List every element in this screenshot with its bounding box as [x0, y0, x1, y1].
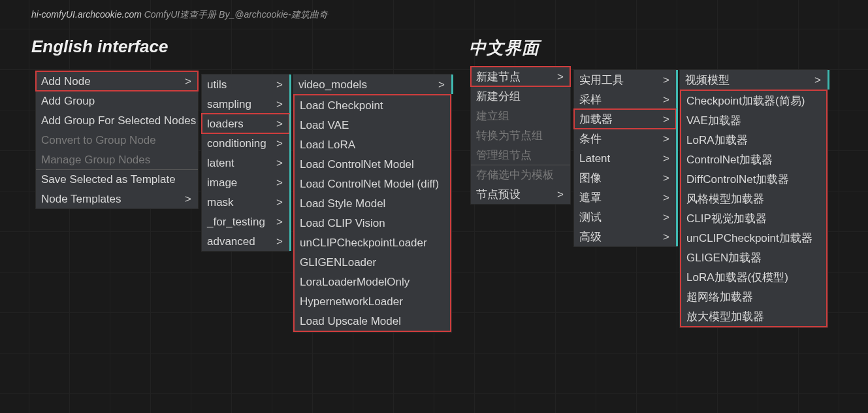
- menu-item-label: 放大模型加载器: [686, 311, 764, 322]
- context-item[interactable]: 新建分组: [471, 86, 570, 106]
- menu-item-label: advanced: [207, 236, 255, 247]
- context-item[interactable]: Add Node>: [36, 71, 198, 91]
- category-item[interactable]: 加载器>: [574, 109, 676, 129]
- loader-item[interactable]: unCLIPCheckpoint加载器: [681, 228, 826, 248]
- chevron-right-icon: >: [663, 192, 669, 203]
- loader-item[interactable]: Load CLIP Vision: [295, 213, 450, 233]
- accent-bar: [676, 148, 678, 168]
- loader-item[interactable]: unCLIPCheckpointLoader: [295, 233, 450, 252]
- chevron-right-icon: >: [185, 193, 191, 205]
- menu-item-label: Load ControlNet Model (diff): [300, 178, 439, 190]
- chevron-right-icon: >: [438, 79, 445, 90]
- loader-item[interactable]: LoRA加载器(仅模型): [681, 267, 826, 287]
- loader-item[interactable]: GLIGEN加载器: [681, 248, 826, 267]
- loader-item[interactable]: CLIP视觉加载器: [681, 208, 826, 228]
- loader-item[interactable]: 超网络加载器: [681, 287, 826, 306]
- menu-item-label: 采样: [579, 94, 602, 105]
- loader-item[interactable]: Load Upscale Model: [295, 311, 450, 331]
- menu-item-label: 条件: [579, 133, 602, 144]
- menu-item-label: DiffControlNet加载器: [686, 174, 789, 185]
- menu-item-label: Add Group: [41, 95, 95, 107]
- category-item[interactable]: mask>: [202, 192, 289, 212]
- menu-item-label: 管理组节点: [476, 150, 532, 161]
- chevron-right-icon: >: [185, 76, 191, 87]
- accent-bar: [289, 94, 291, 114]
- context-item[interactable]: Save Selected as Template: [36, 169, 198, 189]
- loader-item[interactable]: ControlNet加载器: [681, 150, 826, 169]
- context-item[interactable]: Node Templates>: [36, 189, 198, 208]
- chevron-right-icon: >: [663, 231, 669, 242]
- chevron-right-icon: >: [276, 157, 283, 169]
- context-item[interactable]: Add Group For Selected Nodes: [36, 110, 198, 130]
- category-item[interactable]: loaders>: [202, 114, 289, 133]
- chevron-right-icon: >: [276, 216, 283, 227]
- accent-bar: [289, 231, 291, 251]
- menu-item-label: image: [207, 177, 237, 188]
- chevron-right-icon: >: [663, 153, 669, 164]
- menu-item-label: CLIP视觉加载器: [686, 213, 767, 224]
- menu-item-label: 新建分组: [476, 91, 521, 102]
- menu-item-label: 风格模型加载器: [686, 193, 764, 205]
- submenu-header[interactable]: 视频模型>: [680, 70, 828, 90]
- context-item: Manage Group Nodes: [36, 150, 198, 169]
- category-item[interactable]: 测试>: [574, 207, 676, 227]
- loader-item[interactable]: 放大模型加载器: [681, 306, 826, 326]
- menu-item-label: mask: [207, 197, 234, 208]
- loader-item[interactable]: Load LoRA: [295, 135, 450, 154]
- submenu-header[interactable]: video_models>: [293, 74, 451, 94]
- loader-item[interactable]: Load ControlNet Model: [295, 154, 450, 174]
- menu-item-label: LoRA加载器: [686, 135, 748, 146]
- loader-item[interactable]: Checkpoint加载器(简易): [681, 91, 826, 110]
- chevron-right-icon: >: [276, 197, 283, 208]
- menu-item-label: unCLIPCheckpointLoader: [300, 237, 427, 248]
- context-item[interactable]: 新建节点>: [471, 67, 570, 86]
- accent-bar: [676, 168, 678, 188]
- category-item[interactable]: 条件>: [574, 129, 676, 148]
- context-item: 转换为节点组: [471, 125, 570, 145]
- category-item[interactable]: _for_testing>: [202, 212, 289, 231]
- menu-item-label: 高级: [579, 231, 602, 242]
- loader-item[interactable]: Load ControlNet Model (diff): [295, 174, 450, 193]
- category-item[interactable]: conditioning>: [202, 133, 289, 153]
- accent-bar: [676, 129, 678, 148]
- chevron-right-icon: >: [276, 138, 283, 149]
- loader-item[interactable]: Load VAE: [295, 115, 450, 135]
- loader-item[interactable]: LoraLoaderModelOnly: [295, 272, 450, 291]
- category-item[interactable]: 图像>: [574, 168, 676, 188]
- loader-item[interactable]: Load Style Model: [295, 193, 450, 213]
- menu-item-label: latent: [207, 157, 234, 169]
- accent-bar: [676, 90, 678, 109]
- menu-item-label: Load Checkpoint: [300, 100, 383, 111]
- category-item[interactable]: 高级>: [574, 227, 676, 246]
- category-item[interactable]: 采样>: [574, 90, 676, 109]
- category-item[interactable]: 遮罩>: [574, 188, 676, 207]
- context-menu-cn: 新建节点>新建分组建立组转换为节点组管理组节点存储选中为模板节点预设>: [470, 66, 571, 205]
- menu-item-label: Load CLIP Vision: [300, 218, 385, 229]
- category-item[interactable]: image>: [202, 173, 289, 192]
- accent-bar: [676, 188, 678, 207]
- loader-item[interactable]: 风格模型加载器: [681, 189, 826, 208]
- category-item[interactable]: Latent>: [574, 148, 676, 168]
- menu-item-label: Load Style Model: [300, 198, 385, 209]
- menu-item-label: 超网络加载器: [686, 291, 753, 303]
- category-item[interactable]: 实用工具>: [574, 70, 676, 90]
- loader-item[interactable]: Load Checkpoint: [295, 95, 450, 115]
- context-item[interactable]: 节点预设>: [471, 184, 570, 204]
- loader-item[interactable]: HypernetworkLoader: [295, 291, 450, 311]
- loader-item[interactable]: DiffControlNet加载器: [681, 169, 826, 189]
- loader-item[interactable]: VAE加载器: [681, 110, 826, 130]
- context-item[interactable]: Add Group: [36, 91, 198, 110]
- category-item[interactable]: sampling>: [202, 94, 289, 114]
- category-item[interactable]: utils>: [202, 74, 289, 94]
- loader-item[interactable]: LoRA加载器: [681, 130, 826, 150]
- chevron-right-icon: >: [276, 236, 283, 247]
- category-item[interactable]: latent>: [202, 153, 289, 173]
- loader-item[interactable]: GLIGENLoader: [295, 252, 450, 272]
- menu-item-label: utils: [207, 79, 227, 90]
- menu-item-label: GLIGEN加载器: [686, 252, 762, 263]
- accent-bar: [828, 70, 829, 90]
- category-item[interactable]: advanced>: [202, 231, 289, 251]
- menu-item-label: Add Node: [41, 76, 91, 87]
- menu-item-label: 建立组: [476, 110, 509, 122]
- menu-item-label: 新建节点: [476, 71, 521, 82]
